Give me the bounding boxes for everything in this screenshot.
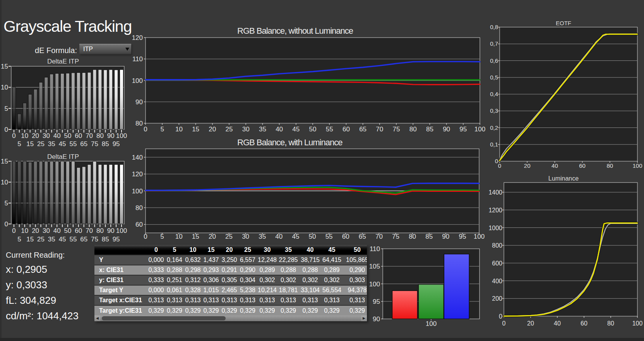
svg-text:100: 100 xyxy=(632,162,642,169)
svg-text:50: 50 xyxy=(64,227,72,234)
svg-text:55: 55 xyxy=(325,233,333,240)
svg-text:0,8: 0,8 xyxy=(490,24,498,30)
svg-text:10: 10 xyxy=(21,227,28,234)
svg-text:20: 20 xyxy=(32,227,39,234)
svg-text:35: 35 xyxy=(259,233,266,240)
svg-text:70: 70 xyxy=(375,233,383,240)
svg-text:75: 75 xyxy=(393,126,400,133)
svg-text:70: 70 xyxy=(376,126,383,133)
svg-text:120: 120 xyxy=(132,170,143,178)
svg-text:30: 30 xyxy=(43,227,50,234)
svg-text:80: 80 xyxy=(96,132,104,140)
svg-text:0,7: 0,7 xyxy=(490,40,498,47)
svg-text:120: 120 xyxy=(132,34,143,41)
svg-text:0,6: 0,6 xyxy=(490,57,498,64)
svg-text:35: 35 xyxy=(259,126,266,133)
svg-text:50: 50 xyxy=(309,126,317,133)
svg-text:80: 80 xyxy=(606,162,613,169)
svg-text:35: 35 xyxy=(48,236,55,243)
svg-text:95: 95 xyxy=(373,298,380,305)
svg-text:90: 90 xyxy=(107,227,115,234)
svg-text:5: 5 xyxy=(17,140,21,148)
svg-text:80: 80 xyxy=(135,120,143,127)
svg-text:65: 65 xyxy=(80,236,87,243)
svg-text:70: 70 xyxy=(86,227,93,234)
svg-text:95: 95 xyxy=(113,236,120,243)
svg-text:400: 400 xyxy=(492,278,502,284)
svg-text:90: 90 xyxy=(443,126,450,133)
svg-text:45: 45 xyxy=(292,126,300,133)
svg-text:0,3: 0,3 xyxy=(490,107,498,114)
svg-text:15: 15 xyxy=(26,140,34,148)
svg-text:5: 5 xyxy=(5,105,8,112)
svg-text:80: 80 xyxy=(135,204,143,212)
svg-text:40: 40 xyxy=(53,227,61,234)
svg-text:90: 90 xyxy=(373,315,380,323)
svg-text:15: 15 xyxy=(192,126,199,133)
svg-text:110: 110 xyxy=(370,245,380,253)
svg-text:95: 95 xyxy=(459,126,467,133)
svg-text:600: 600 xyxy=(492,260,502,267)
svg-text:20: 20 xyxy=(209,233,216,240)
svg-text:90: 90 xyxy=(135,98,143,106)
svg-text:60: 60 xyxy=(75,227,82,234)
svg-text:55: 55 xyxy=(69,140,77,148)
svg-text:90: 90 xyxy=(442,233,449,240)
svg-text:110: 110 xyxy=(132,55,143,63)
svg-text:0: 0 xyxy=(12,132,15,140)
svg-text:55: 55 xyxy=(69,236,77,243)
svg-text:70: 70 xyxy=(86,132,93,140)
svg-text:85: 85 xyxy=(426,126,433,133)
svg-text:20: 20 xyxy=(209,126,216,133)
svg-text:0,4: 0,4 xyxy=(490,91,498,97)
svg-text:0: 0 xyxy=(495,158,498,164)
svg-text:100: 100 xyxy=(369,281,380,288)
svg-text:0: 0 xyxy=(499,313,502,320)
svg-text:60: 60 xyxy=(75,132,82,140)
svg-text:25: 25 xyxy=(225,233,233,240)
svg-text:140: 140 xyxy=(132,154,143,161)
svg-text:60: 60 xyxy=(342,233,349,240)
svg-text:85: 85 xyxy=(102,236,109,243)
svg-text:20: 20 xyxy=(524,162,531,169)
svg-text:40: 40 xyxy=(276,126,283,133)
svg-text:0: 0 xyxy=(502,320,506,327)
svg-text:40: 40 xyxy=(552,162,558,169)
svg-text:50: 50 xyxy=(64,132,72,140)
svg-text:30: 30 xyxy=(43,132,50,140)
svg-text:0: 0 xyxy=(498,162,501,169)
svg-text:40: 40 xyxy=(53,132,61,140)
svg-text:65: 65 xyxy=(359,126,367,133)
svg-text:5: 5 xyxy=(17,236,21,243)
svg-text:0: 0 xyxy=(5,126,8,133)
svg-text:75: 75 xyxy=(392,233,399,240)
svg-text:20: 20 xyxy=(527,320,534,327)
svg-text:100: 100 xyxy=(632,320,643,327)
svg-text:85: 85 xyxy=(425,233,433,240)
svg-text:0: 0 xyxy=(144,233,147,240)
svg-text:60: 60 xyxy=(343,126,350,133)
svg-text:60: 60 xyxy=(579,162,586,169)
svg-text:105: 105 xyxy=(369,263,380,270)
svg-text:100: 100 xyxy=(132,77,143,84)
svg-text:15: 15 xyxy=(26,236,34,243)
svg-text:55: 55 xyxy=(326,126,333,133)
svg-text:80: 80 xyxy=(409,126,417,133)
svg-text:1200: 1200 xyxy=(488,207,502,214)
svg-text:95: 95 xyxy=(459,233,466,240)
svg-text:10: 10 xyxy=(21,132,28,140)
svg-text:800: 800 xyxy=(492,242,502,249)
svg-text:60: 60 xyxy=(581,320,587,327)
svg-text:100: 100 xyxy=(474,233,485,240)
svg-text:0,5: 0,5 xyxy=(490,74,498,81)
svg-text:80: 80 xyxy=(96,227,104,234)
svg-text:0: 0 xyxy=(12,227,15,234)
svg-text:100: 100 xyxy=(116,227,127,234)
svg-text:100: 100 xyxy=(474,126,485,133)
svg-text:60: 60 xyxy=(135,221,143,228)
svg-text:90: 90 xyxy=(107,132,115,140)
svg-text:25: 25 xyxy=(37,140,45,148)
svg-text:85: 85 xyxy=(102,140,109,148)
svg-text:0: 0 xyxy=(144,126,147,133)
svg-text:100: 100 xyxy=(132,188,143,195)
